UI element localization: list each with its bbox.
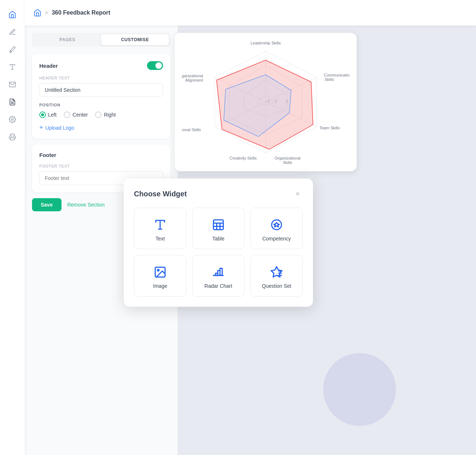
- sidebar-item-mail[interactable]: [5, 77, 20, 92]
- competency-widget-label: Competency: [262, 236, 291, 242]
- svg-text:Interpersonal Skills: Interpersonal Skills: [182, 128, 201, 132]
- widget-item-table[interactable]: Table: [192, 208, 245, 249]
- footer-text-label: Footer text: [39, 164, 163, 168]
- position-label: POSITION: [39, 103, 163, 107]
- position-right[interactable]: Right: [95, 111, 116, 118]
- competency-widget-icon: [270, 218, 283, 231]
- close-dialog-button[interactable]: ×: [293, 189, 303, 199]
- question-set-widget-label: Question Set: [262, 283, 291, 289]
- radio-center-circle: [64, 111, 70, 118]
- sidebar-item-settings[interactable]: [5, 112, 20, 127]
- question-set-widget-icon: [270, 266, 283, 279]
- dialog-header: Choose Widget ×: [134, 189, 303, 199]
- svg-text:Communication: Communication: [324, 73, 349, 77]
- radar-chart-card: Leadership Skills Communication Skills T…: [175, 33, 357, 171]
- widget-item-image[interactable]: Image: [134, 255, 186, 297]
- text-widget-label: Text: [155, 236, 165, 242]
- tab-customise[interactable]: CUSTOMISE: [101, 34, 169, 45]
- header-section: Header Header text POSITION Left Center …: [32, 54, 170, 139]
- svg-text:Leadership Skills: Leadership Skills: [250, 41, 281, 45]
- remove-section-link[interactable]: Remove Section: [67, 202, 105, 208]
- svg-point-41: [158, 270, 159, 271]
- image-widget-icon: [154, 266, 167, 279]
- sidebar-item-brush[interactable]: [5, 42, 20, 57]
- footer-section-title: Footer: [39, 152, 56, 158]
- position-left-label: Left: [48, 112, 56, 118]
- position-center-label: Center: [72, 112, 88, 118]
- table-widget-label: Table: [212, 236, 224, 242]
- header-text-input[interactable]: [39, 83, 163, 97]
- svg-text:Team Skills: Team Skills: [320, 126, 340, 130]
- tabs: PAGES CUSTOMISE: [32, 33, 170, 47]
- sidebar: [0, 0, 25, 455]
- upload-logo-button[interactable]: + Upload Logo: [39, 124, 163, 132]
- svg-text:Skills: Skills: [283, 160, 292, 165]
- plus-icon: +: [39, 124, 43, 132]
- widget-item-question-set[interactable]: Question Set: [250, 255, 303, 297]
- image-widget-label: Image: [153, 283, 167, 289]
- svg-text:Organizational: Organizational: [275, 156, 301, 160]
- header-text-label: Header text: [39, 76, 163, 80]
- widgets-grid: Text Table Compet: [134, 208, 303, 297]
- svg-text:Creativity Skills: Creativity Skills: [230, 156, 257, 160]
- table-widget-icon: [212, 218, 225, 231]
- svg-text:Organizational: Organizational: [182, 74, 203, 78]
- widget-dialog: Choose Widget × Text: [124, 179, 313, 307]
- sidebar-item-edit[interactable]: [5, 25, 20, 39]
- topbar: > 360 Feedback Report: [25, 0, 476, 26]
- radar-chart-svg: Leadership Skills Communication Skills T…: [182, 36, 349, 168]
- sidebar-item-print[interactable]: [5, 130, 20, 144]
- widget-item-radar-chart[interactable]: Radar Chart: [192, 255, 245, 297]
- upload-logo-label: Upload Logo: [45, 125, 74, 131]
- radio-left-circle: [39, 111, 46, 118]
- svg-text:Alignment: Alignment: [185, 78, 203, 82]
- svg-rect-45: [220, 268, 222, 276]
- widget-item-competency[interactable]: Competency: [250, 208, 303, 249]
- breadcrumb-separator: >: [45, 10, 48, 16]
- svg-text:Skills: Skills: [325, 77, 334, 82]
- text-widget-icon: [154, 218, 167, 231]
- position-center[interactable]: Center: [64, 111, 88, 118]
- svg-marker-39: [274, 223, 279, 227]
- radar-chart-widget-label: Radar Chart: [205, 283, 232, 289]
- sidebar-item-document[interactable]: [5, 95, 20, 109]
- position-right-label: Right: [104, 112, 116, 118]
- svg-point-4: [12, 119, 13, 121]
- sidebar-item-home[interactable]: [5, 7, 20, 22]
- position-radio-group: Left Center Right: [39, 111, 163, 118]
- svg-rect-33: [214, 220, 223, 230]
- radio-right-circle: [95, 111, 102, 118]
- header-section-title: Header: [39, 63, 58, 69]
- widget-item-text[interactable]: Text: [134, 208, 186, 249]
- header-toggle[interactable]: [147, 61, 163, 70]
- position-left[interactable]: Left: [39, 111, 56, 118]
- sidebar-item-text-style[interactable]: [5, 60, 20, 74]
- tab-pages[interactable]: PAGES: [33, 34, 101, 45]
- save-button[interactable]: Save: [32, 198, 62, 211]
- dialog-title: Choose Widget: [134, 190, 187, 198]
- footer-section-header: Footer: [39, 152, 163, 158]
- svg-point-38: [272, 220, 282, 230]
- radar-chart-widget-icon: [212, 266, 225, 279]
- bg-circle-bottom-right: [323, 353, 396, 426]
- header-section-header: Header: [39, 61, 163, 70]
- page-title: 360 Feedback Report: [52, 9, 110, 16]
- svg-rect-5: [11, 138, 14, 140]
- home-icon[interactable]: [33, 9, 41, 17]
